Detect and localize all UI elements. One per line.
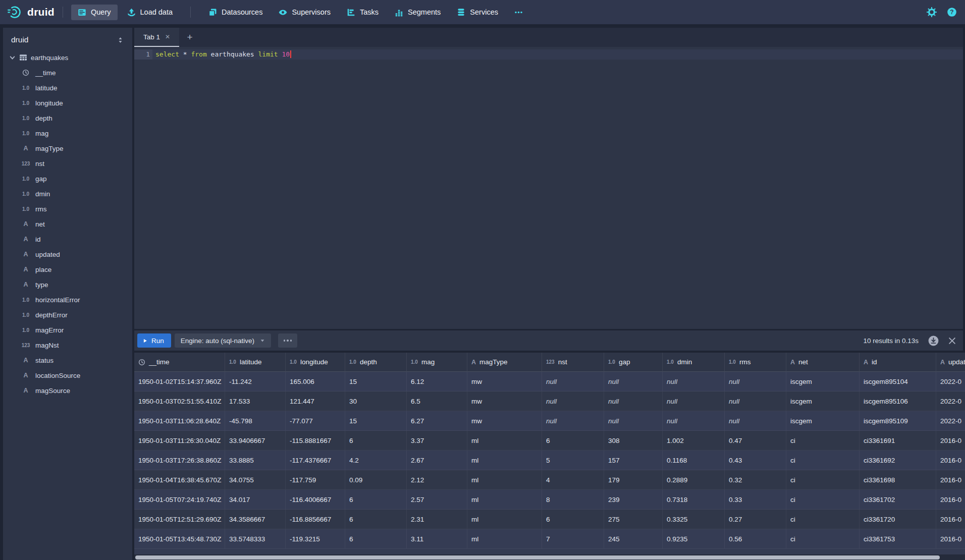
table-cell-id[interactable]: ci3361753 [860, 529, 936, 549]
table-cell-id[interactable]: ci3361702 [860, 490, 936, 510]
table-cell-mag[interactable]: 6.27 [407, 411, 467, 431]
table-cell-updated[interactable]: 2016-0 [936, 510, 965, 529]
table-cell-longitude[interactable]: -116.8856667 [286, 510, 345, 529]
sidebar-column-locationSource[interactable]: AlocationSource [3, 368, 132, 383]
table-cell-rms[interactable]: 0.43 [725, 451, 786, 470]
close-results-button[interactable] [948, 337, 956, 345]
table-cell-longitude[interactable]: -115.8881667 [286, 431, 345, 451]
nav-supervisors[interactable]: Supervisors [272, 5, 337, 20]
table-cell-depth[interactable]: 6 [345, 529, 407, 549]
table-cell-net[interactable]: iscgem [786, 391, 860, 411]
table-cell-longitude[interactable]: -117.4376667 [286, 451, 345, 470]
column-header-mag[interactable]: 1.0mag [407, 353, 467, 372]
table-cell-magType[interactable]: ml [467, 529, 542, 549]
table-cell-mag[interactable]: 3.37 [407, 431, 467, 451]
sidebar-column-type[interactable]: Atype [3, 277, 132, 292]
table-cell-depth[interactable]: 15 [345, 372, 407, 391]
table-cell-rms[interactable]: 0.32 [725, 470, 786, 490]
table-cell-rms[interactable]: 0.27 [725, 510, 786, 529]
table-cell-depth[interactable]: 15 [345, 411, 407, 431]
table-cell-dmin[interactable]: 0.1168 [663, 451, 725, 470]
table-cell-mag[interactable]: 2.57 [407, 490, 467, 510]
table-cell-updated[interactable]: 2016-0 [936, 529, 965, 549]
horizontal-scrollbar-thumb[interactable] [135, 555, 940, 559]
table-cell-magType[interactable]: ml [467, 490, 542, 510]
table-cell-latitude[interactable]: 33.8885 [225, 451, 286, 470]
table-cell-__time[interactable]: 1950-01-03T17:26:38.860Z [134, 451, 225, 470]
nav-more[interactable] [508, 5, 529, 20]
table-cell-nst[interactable]: null [542, 411, 604, 431]
table-cell-rms[interactable]: 0.47 [725, 431, 786, 451]
sidebar-column-horizontalError[interactable]: 1.0horizontalError [3, 292, 132, 307]
table-cell-dmin[interactable]: 0.7318 [663, 490, 725, 510]
column-header-longitude[interactable]: 1.0longitude [286, 353, 345, 372]
table-cell-longitude[interactable]: -119.3215 [286, 529, 345, 549]
column-header-depth[interactable]: 1.0depth [345, 353, 407, 372]
table-cell-gap[interactable]: 157 [604, 451, 663, 470]
sidebar-column-__time[interactable]: __time [3, 65, 132, 80]
table-cell-magType[interactable]: ml [467, 470, 542, 490]
nav-services[interactable]: Services [450, 5, 505, 20]
table-cell-net[interactable]: ci [786, 529, 860, 549]
table-cell-latitude[interactable]: 34.3586667 [225, 510, 286, 529]
table-cell-__time[interactable]: 1950-01-05T07:24:19.740Z [134, 490, 225, 510]
column-header-magType[interactable]: AmagType [467, 353, 542, 372]
table-cell-longitude[interactable]: -116.4006667 [286, 490, 345, 510]
sidebar-column-gap[interactable]: 1.0gap [3, 171, 132, 186]
download-results-button[interactable] [928, 335, 939, 347]
table-cell-depth[interactable]: 6 [345, 490, 407, 510]
table-cell-gap[interactable]: 275 [604, 510, 663, 529]
nav-segments[interactable]: Segments [388, 5, 447, 20]
table-cell-depth[interactable]: 6 [345, 510, 407, 529]
table-cell-updated[interactable]: 2022-0 [936, 411, 965, 431]
table-cell-__time[interactable]: 1950-01-03T02:51:55.410Z [134, 391, 225, 411]
table-cell-updated[interactable]: 2016-0 [936, 470, 965, 490]
sidebar-column-latitude[interactable]: 1.0latitude [3, 80, 132, 95]
table-cell-longitude[interactable]: 165.006 [286, 372, 345, 391]
sidebar-column-net[interactable]: Anet [3, 216, 132, 232]
sidebar-column-magType[interactable]: AmagType [3, 141, 132, 156]
sidebar-column-depth[interactable]: 1.0depth [3, 110, 132, 126]
column-header-net[interactable]: Anet [786, 353, 860, 372]
table-cell-dmin[interactable]: 0.2889 [663, 470, 725, 490]
column-header-gap[interactable]: 1.0gap [604, 353, 663, 372]
table-cell-nst[interactable]: 7 [542, 529, 604, 549]
table-cell-longitude[interactable]: -117.759 [286, 470, 345, 490]
column-header-__time[interactable]: __time [134, 353, 225, 372]
sidebar-column-status[interactable]: Astatus [3, 353, 132, 368]
table-cell-mag[interactable]: 6.5 [407, 391, 467, 411]
table-cell-id[interactable]: ci3361698 [860, 470, 936, 490]
table-cell-__time[interactable]: 1950-01-04T16:38:45.670Z [134, 470, 225, 490]
table-cell-latitude[interactable]: 34.0755 [225, 470, 286, 490]
table-cell-magType[interactable]: mw [467, 372, 542, 391]
table-cell-latitude[interactable]: 17.533 [225, 391, 286, 411]
table-cell-net[interactable]: iscgem [786, 372, 860, 391]
table-cell-nst[interactable]: 5 [542, 451, 604, 470]
nav-query[interactable]: Query [71, 5, 118, 20]
table-cell-latitude[interactable]: 34.017 [225, 490, 286, 510]
sidebar-column-dmin[interactable]: 1.0dmin [3, 186, 132, 201]
table-cell-id[interactable]: ci3361720 [860, 510, 936, 529]
table-cell-gap[interactable]: 179 [604, 470, 663, 490]
table-cell-nst[interactable]: 6 [542, 510, 604, 529]
column-header-dmin[interactable]: 1.0dmin [663, 353, 725, 372]
table-cell-depth[interactable]: 6 [345, 431, 407, 451]
column-header-rms[interactable]: 1.0rms [725, 353, 786, 372]
help-button[interactable]: ? [947, 7, 957, 17]
table-cell-gap[interactable]: null [604, 391, 663, 411]
table-cell-magType[interactable]: ml [467, 431, 542, 451]
column-header-latitude[interactable]: 1.0latitude [225, 353, 286, 372]
table-cell-mag[interactable]: 3.11 [407, 529, 467, 549]
table-cell-gap[interactable]: null [604, 372, 663, 391]
horizontal-scrollbar-track[interactable] [134, 554, 965, 560]
table-cell-dmin[interactable]: null [663, 391, 725, 411]
table-cell-rms[interactable]: 0.56 [725, 529, 786, 549]
table-cell-net[interactable]: ci [786, 451, 860, 470]
table-cell-rms[interactable]: null [725, 372, 786, 391]
table-cell-dmin[interactable]: 1.002 [663, 431, 725, 451]
table-cell-id[interactable]: iscgem895106 [860, 391, 936, 411]
table-cell-net[interactable]: ci [786, 470, 860, 490]
sidebar-column-magError[interactable]: 1.0magError [3, 322, 132, 338]
new-tab-button[interactable]: + [179, 28, 200, 47]
table-cell-nst[interactable]: null [542, 391, 604, 411]
